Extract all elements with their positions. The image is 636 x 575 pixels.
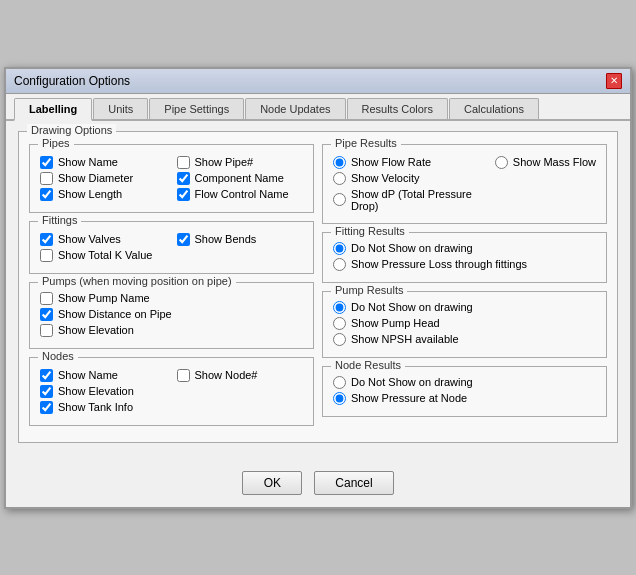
nodes-section-title: Nodes bbox=[38, 350, 78, 362]
radio-node-do-not-show-input[interactable] bbox=[333, 376, 346, 389]
check-component-name-input[interactable] bbox=[177, 172, 190, 185]
radio-node-do-not-show-label: Do Not Show on drawing bbox=[351, 376, 473, 388]
radio-node-do-not-show: Do Not Show on drawing bbox=[333, 376, 596, 389]
close-button[interactable]: ✕ bbox=[606, 73, 622, 89]
radio-show-velocity-input[interactable] bbox=[333, 172, 346, 185]
titlebar: Configuration Options ✕ bbox=[6, 69, 630, 94]
node-results-title: Node Results bbox=[331, 359, 405, 371]
radio-show-mass-flow: Show Mass Flow bbox=[495, 156, 596, 169]
radio-fit-show-pressure-input[interactable] bbox=[333, 258, 346, 271]
radio-node-show-pressure: Show Pressure at Node bbox=[333, 392, 596, 405]
check-show-pipe-num-label: Show Pipe# bbox=[195, 156, 254, 168]
radio-pump-show-head-label: Show Pump Head bbox=[351, 317, 440, 329]
check-show-pump-elevation: Show Elevation bbox=[40, 324, 303, 337]
check-show-bends-label: Show Bends bbox=[195, 233, 257, 245]
check-flow-control-name-label: Flow Control Name bbox=[195, 188, 289, 200]
tab-labelling[interactable]: Labelling bbox=[14, 98, 92, 121]
drawing-options-label: Drawing Options bbox=[27, 124, 116, 136]
radio-show-mass-flow-input[interactable] bbox=[495, 156, 508, 169]
tab-calculations[interactable]: Calculations bbox=[449, 98, 539, 119]
check-node-show-tank-input[interactable] bbox=[40, 401, 53, 414]
ok-button[interactable]: OK bbox=[242, 471, 302, 495]
radio-pump-show-head: Show Pump Head bbox=[333, 317, 596, 330]
check-show-length-input[interactable] bbox=[40, 188, 53, 201]
check-show-name-input[interactable] bbox=[40, 156, 53, 169]
radio-fit-do-not-show-label: Do Not Show on drawing bbox=[351, 242, 473, 254]
radio-node-show-pressure-label: Show Pressure at Node bbox=[351, 392, 467, 404]
radio-pump-do-not-show-label: Do Not Show on drawing bbox=[351, 301, 473, 313]
check-node-show-name-input[interactable] bbox=[40, 369, 53, 382]
radio-fit-show-pressure-label: Show Pressure Loss through fittings bbox=[351, 258, 527, 270]
check-node-show-name-label: Show Name bbox=[58, 369, 118, 381]
pump-results-section: Pump Results Do Not Show on drawing Show… bbox=[322, 291, 607, 358]
radio-pump-show-npsh-label: Show NPSH available bbox=[351, 333, 459, 345]
tab-node-updates[interactable]: Node Updates bbox=[245, 98, 345, 119]
radio-pump-do-not-show-input[interactable] bbox=[333, 301, 346, 314]
radio-show-flow-rate-label: Show Flow Rate bbox=[351, 156, 431, 168]
radio-node-show-pressure-input[interactable] bbox=[333, 392, 346, 405]
check-show-name: Show Name bbox=[40, 156, 167, 169]
pumps-section-title: Pumps (when moving position on pipe) bbox=[38, 275, 236, 287]
radio-show-dp-input[interactable] bbox=[333, 193, 346, 206]
check-show-name-label: Show Name bbox=[58, 156, 118, 168]
check-component-name: Component Name bbox=[177, 172, 304, 185]
right-sections: Pipe Results Show Flow Rate Show Velocit… bbox=[322, 138, 607, 434]
check-flow-control-name-input[interactable] bbox=[177, 188, 190, 201]
check-node-show-num-input[interactable] bbox=[177, 369, 190, 382]
check-node-show-num: Show Node# bbox=[177, 369, 304, 382]
check-node-show-elevation-input[interactable] bbox=[40, 385, 53, 398]
check-show-diameter-label: Show Diameter bbox=[58, 172, 133, 184]
check-show-distance-input[interactable] bbox=[40, 308, 53, 321]
radio-pump-show-head-input[interactable] bbox=[333, 317, 346, 330]
check-show-bends: Show Bends bbox=[177, 233, 304, 246]
check-node-show-elevation: Show Elevation bbox=[40, 385, 167, 398]
radio-show-mass-flow-label: Show Mass Flow bbox=[513, 156, 596, 168]
check-show-diameter: Show Diameter bbox=[40, 172, 167, 185]
tab-results-colors[interactable]: Results Colors bbox=[347, 98, 449, 119]
check-show-pipe-num-input[interactable] bbox=[177, 156, 190, 169]
check-show-distance-label: Show Distance on Pipe bbox=[58, 308, 172, 320]
check-node-show-tank: Show Tank Info bbox=[40, 401, 167, 414]
check-component-name-label: Component Name bbox=[195, 172, 284, 184]
check-show-pump-elevation-label: Show Elevation bbox=[58, 324, 134, 336]
tab-pipe-settings[interactable]: Pipe Settings bbox=[149, 98, 244, 119]
radio-pump-do-not-show: Do Not Show on drawing bbox=[333, 301, 596, 314]
check-node-show-num-label: Show Node# bbox=[195, 369, 258, 381]
nodes-section: Nodes Show Name Show Elevation bbox=[29, 357, 314, 426]
tab-content: Drawing Options Pipes Show Name bbox=[6, 121, 630, 461]
pump-results-title: Pump Results bbox=[331, 284, 407, 296]
fittings-section-title: Fittings bbox=[38, 214, 81, 226]
drawing-options-section: Drawing Options Pipes Show Name bbox=[18, 131, 618, 443]
check-show-total-k-input[interactable] bbox=[40, 249, 53, 262]
pipe-results-section: Pipe Results Show Flow Rate Show Velocit… bbox=[322, 144, 607, 224]
tab-units[interactable]: Units bbox=[93, 98, 148, 119]
main-window: Configuration Options ✕ Labelling Units … bbox=[4, 67, 632, 509]
radio-pump-show-npsh-input[interactable] bbox=[333, 333, 346, 346]
pipe-results-title: Pipe Results bbox=[331, 137, 401, 149]
fitting-results-section: Fitting Results Do Not Show on drawing S… bbox=[322, 232, 607, 283]
sections-grid: Pipes Show Name Show Diameter bbox=[29, 138, 607, 434]
check-show-bends-input[interactable] bbox=[177, 233, 190, 246]
radio-fit-do-not-show-input[interactable] bbox=[333, 242, 346, 255]
radio-pump-show-npsh: Show NPSH available bbox=[333, 333, 596, 346]
check-show-total-k: Show Total K Value bbox=[40, 249, 167, 262]
check-show-pump-name: Show Pump Name bbox=[40, 292, 303, 305]
radio-show-velocity-label: Show Velocity bbox=[351, 172, 419, 184]
check-show-length-label: Show Length bbox=[58, 188, 122, 200]
check-show-pipe-num: Show Pipe# bbox=[177, 156, 304, 169]
check-show-valves-input[interactable] bbox=[40, 233, 53, 246]
check-show-total-k-label: Show Total K Value bbox=[58, 249, 152, 261]
footer: OK Cancel bbox=[6, 461, 630, 507]
tab-bar: Labelling Units Pipe Settings Node Updat… bbox=[6, 94, 630, 121]
check-show-valves: Show Valves bbox=[40, 233, 167, 246]
check-show-diameter-input[interactable] bbox=[40, 172, 53, 185]
fittings-section: Fittings Show Valves Show Total K Value bbox=[29, 221, 314, 274]
fitting-results-title: Fitting Results bbox=[331, 225, 409, 237]
check-show-pump-name-input[interactable] bbox=[40, 292, 53, 305]
radio-show-flow-rate: Show Flow Rate bbox=[333, 156, 485, 169]
cancel-button[interactable]: Cancel bbox=[314, 471, 393, 495]
check-show-pump-name-label: Show Pump Name bbox=[58, 292, 150, 304]
check-show-pump-elevation-input[interactable] bbox=[40, 324, 53, 337]
radio-show-flow-rate-input[interactable] bbox=[333, 156, 346, 169]
check-node-show-tank-label: Show Tank Info bbox=[58, 401, 133, 413]
